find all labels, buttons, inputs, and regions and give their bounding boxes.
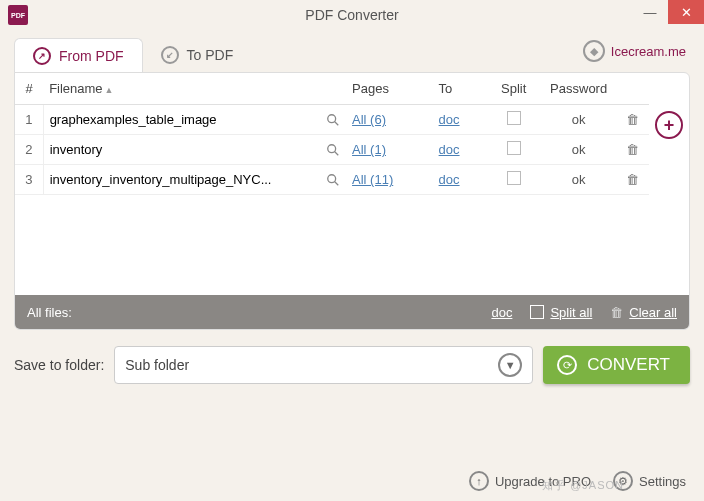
col-filename[interactable]: Filename▲ xyxy=(43,73,346,105)
all-files-label: All files: xyxy=(27,305,72,320)
to-link[interactable]: doc xyxy=(439,112,460,127)
row-number: 1 xyxy=(15,105,43,135)
row-number: 2 xyxy=(15,135,43,165)
svg-line-3 xyxy=(335,151,339,155)
folder-dropdown-icon[interactable]: ▼ xyxy=(498,353,522,377)
svg-point-0 xyxy=(328,114,336,122)
svg-point-4 xyxy=(328,174,336,182)
svg-point-2 xyxy=(328,144,336,152)
tab-to-pdf[interactable]: ↙ To PDF xyxy=(143,38,252,72)
app-logo-icon: PDF xyxy=(8,5,28,25)
row-password: ok xyxy=(541,135,617,165)
table-header-row: # Filename▲ Pages To Split Password xyxy=(15,73,649,105)
row-pages: All (11) xyxy=(346,165,433,195)
settings-link[interactable]: ⚙ Settings xyxy=(613,471,686,491)
settings-label: Settings xyxy=(639,474,686,489)
table-row[interactable]: 2inventoryAll (1)docok🗑 xyxy=(15,135,649,165)
row-delete[interactable]: 🗑 xyxy=(617,135,650,165)
all-files-to-link[interactable]: doc xyxy=(491,305,512,320)
row-filename: inventory_inventory_multipage_NYC... xyxy=(43,165,346,195)
col-number[interactable]: # xyxy=(15,73,43,105)
magnify-icon[interactable] xyxy=(326,173,340,187)
convert-button[interactable]: ⟳ CONVERT xyxy=(543,346,690,384)
row-to: doc xyxy=(433,165,487,195)
all-files-bar: All files: doc Split all 🗑 Clear all xyxy=(15,295,689,329)
row-password: ok xyxy=(541,105,617,135)
row-to: doc xyxy=(433,135,487,165)
split-checkbox[interactable] xyxy=(507,111,521,125)
svg-line-5 xyxy=(335,181,339,185)
col-pages[interactable]: Pages xyxy=(346,73,433,105)
row-delete[interactable]: 🗑 xyxy=(617,105,650,135)
save-folder-input[interactable]: Sub folder ▼ xyxy=(114,346,533,384)
pages-link[interactable]: All (11) xyxy=(352,172,393,187)
row-split xyxy=(487,135,541,165)
row-password: ok xyxy=(541,165,617,195)
col-filename-label: Filename xyxy=(49,81,102,96)
convert-label: CONVERT xyxy=(587,355,670,375)
split-checkbox[interactable] xyxy=(507,141,521,155)
minimize-button[interactable]: — xyxy=(632,0,668,24)
split-all-label[interactable]: Split all xyxy=(550,305,592,320)
close-button[interactable]: ✕ xyxy=(668,0,704,24)
window-title: PDF Converter xyxy=(305,7,398,23)
table-row[interactable]: 1graphexamples_table_imageAll (6)docok🗑 xyxy=(15,105,649,135)
magnify-icon[interactable] xyxy=(326,143,340,157)
split-checkbox[interactable] xyxy=(507,171,521,185)
col-split[interactable]: Split xyxy=(487,73,541,105)
magnify-icon[interactable] xyxy=(326,113,340,127)
col-delete xyxy=(617,73,650,105)
tab-from-pdf[interactable]: ↗ From PDF xyxy=(14,38,143,73)
row-split xyxy=(487,105,541,135)
row-number: 3 xyxy=(15,165,43,195)
clear-all-link[interactable]: Clear all xyxy=(629,305,677,320)
file-table: # Filename▲ Pages To Split Password 1gra… xyxy=(15,73,649,195)
row-filename: graphexamples_table_image xyxy=(43,105,346,135)
tab-row: ↗ From PDF ↙ To PDF ◆ Icecream.me xyxy=(0,30,704,72)
arrow-up-icon: ↑ xyxy=(469,471,489,491)
window-controls: — ✕ xyxy=(632,0,704,24)
tab-label: From PDF xyxy=(59,48,124,64)
pages-link[interactable]: All (1) xyxy=(352,142,386,157)
titlebar: PDF PDF Converter — ✕ xyxy=(0,0,704,30)
file-list-panel: # Filename▲ Pages To Split Password 1gra… xyxy=(14,72,690,330)
refresh-icon: ⟳ xyxy=(557,355,577,375)
arrow-up-icon: ↗ xyxy=(33,47,51,65)
row-delete[interactable]: 🗑 xyxy=(617,165,650,195)
pages-link[interactable]: All (6) xyxy=(352,112,386,127)
table-row[interactable]: 3inventory_inventory_multipage_NYC...All… xyxy=(15,165,649,195)
to-link[interactable]: doc xyxy=(439,142,460,157)
row-pages: All (6) xyxy=(346,105,433,135)
upgrade-link[interactable]: ↑ Upgrade to PRO xyxy=(469,471,591,491)
gear-icon: ⚙ xyxy=(613,471,633,491)
bottom-row: ↑ Upgrade to PRO ⚙ Settings xyxy=(469,471,686,491)
tab-label: To PDF xyxy=(187,47,234,63)
row-to: doc xyxy=(433,105,487,135)
to-link[interactable]: doc xyxy=(439,172,460,187)
save-folder-value: Sub folder xyxy=(125,357,189,373)
svg-line-1 xyxy=(335,121,339,125)
upgrade-label: Upgrade to PRO xyxy=(495,474,591,489)
row-filename: inventory xyxy=(43,135,346,165)
split-all-checkbox[interactable] xyxy=(530,305,544,319)
col-to[interactable]: To xyxy=(433,73,487,105)
save-to-label: Save to folder: xyxy=(14,357,104,373)
save-row: Save to folder: Sub folder ▼ ⟳ CONVERT xyxy=(0,330,704,384)
row-split xyxy=(487,165,541,195)
row-pages: All (1) xyxy=(346,135,433,165)
col-password[interactable]: Password xyxy=(541,73,617,105)
brand-link[interactable]: ◆ Icecream.me xyxy=(583,40,686,62)
add-file-button[interactable]: + xyxy=(655,111,683,139)
trash-icon: 🗑 xyxy=(610,305,623,320)
icecream-icon: ◆ xyxy=(583,40,605,62)
brand-label: Icecream.me xyxy=(611,44,686,59)
arrow-down-icon: ↙ xyxy=(161,46,179,64)
sort-asc-icon: ▲ xyxy=(105,85,114,95)
